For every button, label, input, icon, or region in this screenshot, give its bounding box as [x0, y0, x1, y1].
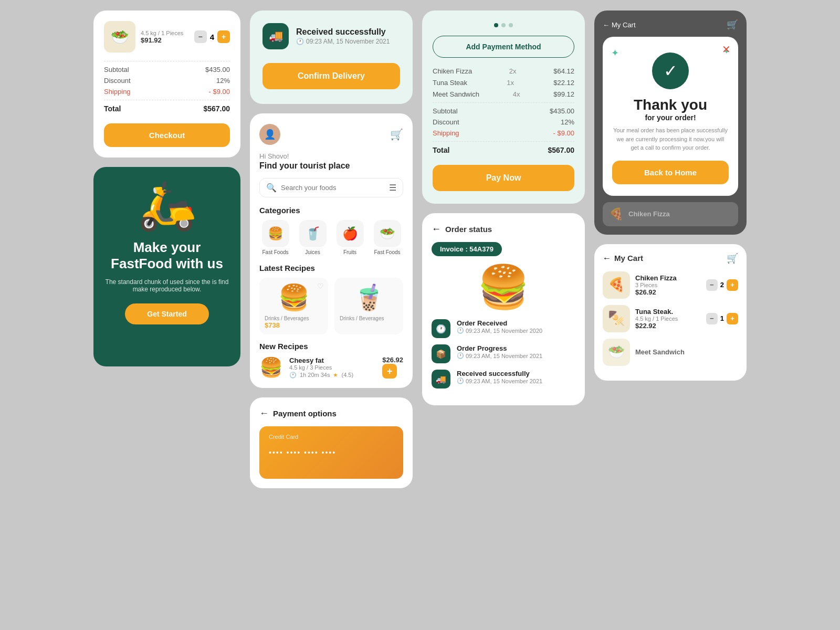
- item-name-1: Chiken Fizza: [433, 67, 472, 75]
- separator-pay-2: [433, 141, 574, 142]
- fast-foods-icon-1: 🍔: [262, 220, 289, 247]
- qty-increase-1[interactable]: +: [727, 279, 738, 291]
- status-step-3: 🚚 Received successfully 🕐 09:23 AM, 15 N…: [432, 370, 575, 388]
- heart-icon[interactable]: ♡: [317, 282, 324, 290]
- item-name-2: Tuna Steak: [433, 79, 467, 87]
- back-to-home-button[interactable]: Back to Home: [612, 161, 729, 184]
- shipping-label: Shipping: [104, 88, 131, 96]
- separator-pay: [433, 102, 574, 103]
- confirm-delivery-card: 🚚 Received successfully 🕐 09:23 AM, 15 N…: [250, 10, 413, 104]
- category-juices[interactable]: 🥤 Juices: [297, 220, 329, 255]
- pay-total-row: Total $567.00: [433, 146, 574, 154]
- card-type-label: Credit Card: [269, 434, 394, 440]
- category-fast-foods-2[interactable]: 🥗 Fast Foods: [371, 220, 403, 255]
- pay-total-value: $567.00: [548, 146, 574, 154]
- cart-full-img-1: 🍕: [603, 271, 630, 299]
- qty-increase-2[interactable]: +: [727, 313, 738, 324]
- qty-increase-button[interactable]: +: [217, 30, 230, 43]
- step2-time-text: 09:23 AM, 15 November 2021: [466, 353, 542, 359]
- pay-subtotal-row: Subtotal $435.00: [433, 107, 574, 115]
- confirm-time-text: 09:23 AM, 15 November 2021: [306, 38, 390, 45]
- cart-back-arrow[interactable]: ←: [603, 254, 611, 263]
- cart-full-price-1: $26.92: [635, 288, 701, 296]
- cat-label-4: Fast Foods: [374, 249, 400, 255]
- add-payment-method-button[interactable]: Add Payment Method: [433, 36, 574, 58]
- order-status-header: ← Order status: [432, 224, 575, 235]
- modal-app-title: My Cart: [612, 21, 636, 29]
- get-started-button[interactable]: Get Started: [125, 303, 209, 324]
- new-recipe-image: 🍔: [259, 356, 283, 379]
- separator: [104, 61, 230, 61]
- status-step-2: 📦 Order Progress 🕐 09:23 AM, 15 November…: [432, 344, 575, 363]
- modal-item-name: Chiken Fizza: [628, 210, 670, 218]
- recipe-time: 1h 20m 34s: [300, 372, 330, 378]
- qty-decrease-1[interactable]: −: [706, 279, 718, 291]
- pay-shipping-row: Shipping - $9.00: [433, 129, 574, 137]
- recipe-card-2[interactable]: 🧋 Drinks / Beverages: [334, 278, 403, 334]
- modal-cart-icon[interactable]: 🛒: [727, 19, 738, 30]
- checkout-button[interactable]: Checkout: [104, 123, 230, 147]
- close-modal-button[interactable]: ✕: [722, 43, 731, 56]
- qty-control-1: − 2 +: [706, 279, 738, 291]
- dot-1: [494, 23, 498, 27]
- success-check-circle: ✓: [652, 52, 689, 89]
- filter-icon[interactable]: ☰: [389, 183, 396, 193]
- confirm-delivery-button[interactable]: Confirm Delivery: [262, 63, 400, 89]
- cart-icon-button[interactable]: 🛒: [390, 128, 403, 141]
- back-arrow-order[interactable]: ←: [432, 224, 441, 235]
- category-fruits[interactable]: 🍎 Fruits: [334, 220, 366, 255]
- cart-full-weight-2: 4.5 kg / 1 Pieces: [635, 316, 701, 322]
- modal-back-arrow: ←: [603, 21, 610, 29]
- hero-description: The standard chunk of used since the is …: [104, 278, 230, 293]
- status-step-info-1: Order Received 🕐 09:23 AM, 15 November 2…: [457, 319, 542, 334]
- back-arrow-icon[interactable]: ←: [259, 408, 269, 419]
- status-step-name-2: Order Progress: [457, 344, 542, 352]
- hero-illustration: 🛵: [104, 182, 230, 229]
- category-fast-foods-1[interactable]: 🍔 Fast Foods: [259, 220, 291, 255]
- discount-row: Discount 12%: [104, 77, 230, 85]
- pay-now-button[interactable]: Pay Now: [433, 165, 574, 191]
- dot-3: [509, 23, 513, 27]
- cart-full-item-1: 🍕 Chiken Fizza 3 Pieces $26.92 − 2 +: [603, 271, 738, 299]
- delivery-hero-card: 🛵 Make your FastFood with us The standar…: [93, 167, 240, 366]
- payment-header: ← Payment options: [259, 408, 403, 419]
- qty-val-1: 2: [720, 281, 724, 289]
- add-recipe-button[interactable]: +: [382, 364, 397, 379]
- item-qty-1: 2x: [509, 67, 517, 75]
- search-input[interactable]: [281, 184, 385, 192]
- column-1: 🥗 4.5 kg / 1 Pieces $91.92 − 4 + Subtota…: [93, 10, 240, 366]
- scooter-icon: 🛵: [138, 182, 196, 229]
- modal-back-button[interactable]: ← My Cart: [603, 21, 636, 29]
- sparkle-bottom-right: ✦: [723, 172, 730, 180]
- cart-full-price-2: $22.92: [635, 322, 701, 330]
- item-price-2: $22.12: [553, 79, 574, 87]
- qty-decrease-2[interactable]: −: [706, 313, 718, 324]
- item-qty-2: 1x: [507, 79, 514, 87]
- qty-decrease-button[interactable]: −: [194, 30, 207, 43]
- recipe-card-1[interactable]: ♡ 🍔 Drinks / Beverages $738: [259, 278, 328, 334]
- order-status-card: ← Order status Invoice : 54A379 🍔 🕐 Orde…: [422, 213, 585, 405]
- cart-card-top: 🥗 4.5 kg / 1 Pieces $91.92 − 4 + Subtota…: [93, 10, 240, 158]
- cart-full-name-1: Chiken Fizza: [635, 274, 701, 282]
- hero-title: Make your FastFood with us: [104, 239, 230, 272]
- cart-item-info: 4.5 kg / 1 Pieces $91.92: [141, 30, 189, 44]
- cart-bottom-icon[interactable]: 🛒: [727, 253, 738, 264]
- thank-you-title: Thank you: [612, 97, 729, 113]
- recipe-price-1: $738: [265, 321, 323, 329]
- pay-discount-row: Discount 12%: [433, 118, 574, 126]
- new-recipe-meta: 🕐 1h 20m 34s ★ (4.5): [289, 372, 376, 379]
- status-step-info-3: Received successfully 🕐 09:23 AM, 15 Nov…: [457, 370, 542, 384]
- shipping-row: Shipping - $9.00: [104, 88, 230, 96]
- new-recipe-price-col: $26.92 +: [382, 356, 403, 379]
- my-cart-bottom-title: My Cart: [614, 254, 643, 262]
- search-bar[interactable]: 🔍 ☰: [259, 178, 403, 197]
- recipe-image-1: 🍔: [265, 283, 323, 312]
- cart-back-row: ← My Cart: [603, 254, 643, 263]
- dot-2: [501, 23, 506, 27]
- cart-full-info-2: Tuna Steak. 4.5 kg / 1 Pieces $22.92: [635, 308, 701, 330]
- recipe-rating: (4.5): [341, 372, 353, 378]
- total-label: Total: [104, 104, 121, 113]
- pay-discount-value: 12%: [561, 118, 574, 126]
- cart-full-weight-1: 3 Pieces: [635, 282, 701, 288]
- thank-you-modal: ✦ ✦ ✦ ✕ ✓ Thank you for your order! Your…: [603, 37, 738, 196]
